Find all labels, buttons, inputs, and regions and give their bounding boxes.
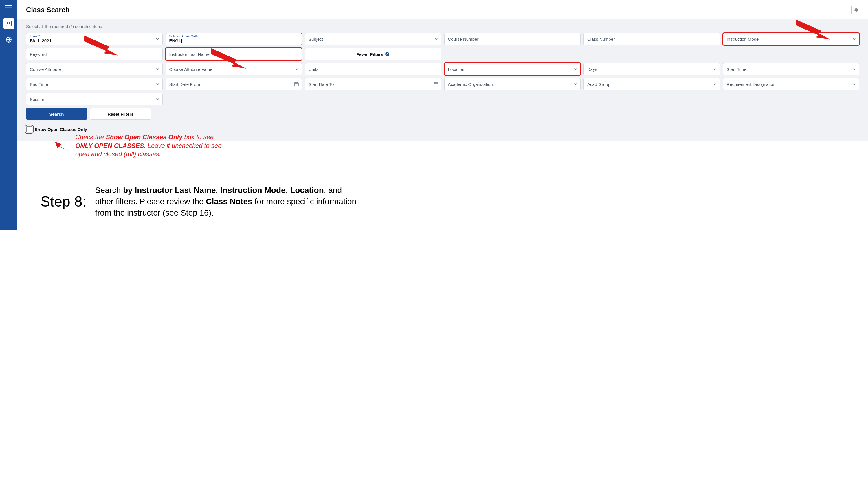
svg-rect-1 (7, 22, 8, 23)
start-date-from-input[interactable]: Start Date From (165, 78, 302, 90)
reset-filters-button[interactable]: Reset Filters (90, 108, 151, 120)
chevron-down-icon (155, 37, 159, 41)
start-date-to-input[interactable]: Start Date To (305, 78, 441, 90)
chevron-down-icon (574, 67, 578, 71)
subject-select[interactable]: Subject (305, 33, 441, 45)
requirement-designation-select[interactable]: Requirement Designation (723, 78, 860, 90)
svg-rect-8 (434, 83, 438, 86)
chevron-down-icon (713, 82, 717, 86)
svg-rect-3 (7, 23, 8, 24)
calendar-icon (294, 82, 299, 87)
term-label: Term: (30, 35, 40, 38)
units-input[interactable]: Units (305, 63, 441, 75)
subject-begins-input[interactable]: Subject Begins With: ENGL (165, 33, 302, 45)
globe-icon[interactable] (5, 36, 12, 43)
step-description: Search by Instructor Last Name, Instruct… (95, 185, 361, 219)
show-open-classes-label: Show Open Classes Only (35, 127, 87, 132)
fewer-filters-button[interactable]: Fewer Filters (305, 48, 441, 60)
annotation-text: Check the Show Open Classes Only box to … (75, 133, 226, 159)
settings-button[interactable] (851, 5, 861, 14)
calendar-icon (434, 82, 438, 87)
chevron-down-icon (852, 37, 856, 41)
chevron-down-icon (155, 67, 159, 71)
instruction-mode-select[interactable]: Instruction Mode (723, 33, 860, 45)
sidebar (0, 0, 18, 230)
page-header: Class Search (18, 0, 868, 20)
criteria-instruction: Select all the required (*) search crite… (26, 24, 859, 29)
svg-point-6 (385, 52, 389, 56)
class-search-nav-icon[interactable] (3, 18, 14, 29)
term-value: FALL 2021 (30, 38, 52, 43)
chevron-down-icon (852, 82, 856, 86)
collapse-icon (385, 52, 390, 56)
hamburger-menu-icon[interactable] (5, 5, 12, 10)
class-number-input[interactable]: Class Number (584, 33, 720, 45)
academic-org-select[interactable]: Academic Organization (444, 78, 581, 90)
term-select[interactable]: Term: FALL 2021 (26, 33, 163, 45)
svg-rect-2 (9, 22, 10, 23)
show-open-classes-checkbox[interactable] (26, 126, 32, 132)
session-select[interactable]: Session (26, 93, 163, 105)
gear-icon (853, 7, 859, 12)
step-number: Step 8: (40, 193, 86, 210)
course-attribute-select[interactable]: Course Attribute (26, 63, 163, 75)
subject-begins-label: Subject Begins With: (169, 35, 199, 38)
keyword-input[interactable]: Keyword (26, 48, 163, 60)
search-filters-panel: Select all the required (*) search crite… (18, 20, 868, 141)
chevron-down-icon (155, 82, 159, 86)
instructor-last-name-input[interactable]: Instructor Last Name (165, 48, 302, 60)
chevron-down-icon (155, 97, 159, 101)
end-time-select[interactable]: End Time (26, 78, 163, 90)
subject-begins-value: ENGL (169, 38, 182, 43)
page-title: Class Search (26, 6, 70, 14)
chevron-down-icon (574, 82, 578, 86)
chevron-down-icon (294, 67, 299, 71)
location-select[interactable]: Location (444, 63, 581, 75)
days-select[interactable]: Days (584, 63, 720, 75)
svg-rect-7 (294, 83, 299, 86)
course-attribute-value-select[interactable]: Course Attribute Value (165, 63, 302, 75)
chevron-down-icon (434, 37, 438, 41)
start-time-select[interactable]: Start Time (723, 63, 860, 75)
svg-rect-4 (9, 23, 10, 24)
course-number-input[interactable]: Course Number (444, 33, 581, 45)
chevron-down-icon (713, 67, 717, 71)
svg-rect-0 (6, 21, 11, 26)
chevron-down-icon (852, 67, 856, 71)
search-button[interactable]: Search (26, 108, 87, 120)
acad-group-select[interactable]: Acad Group (584, 78, 720, 90)
